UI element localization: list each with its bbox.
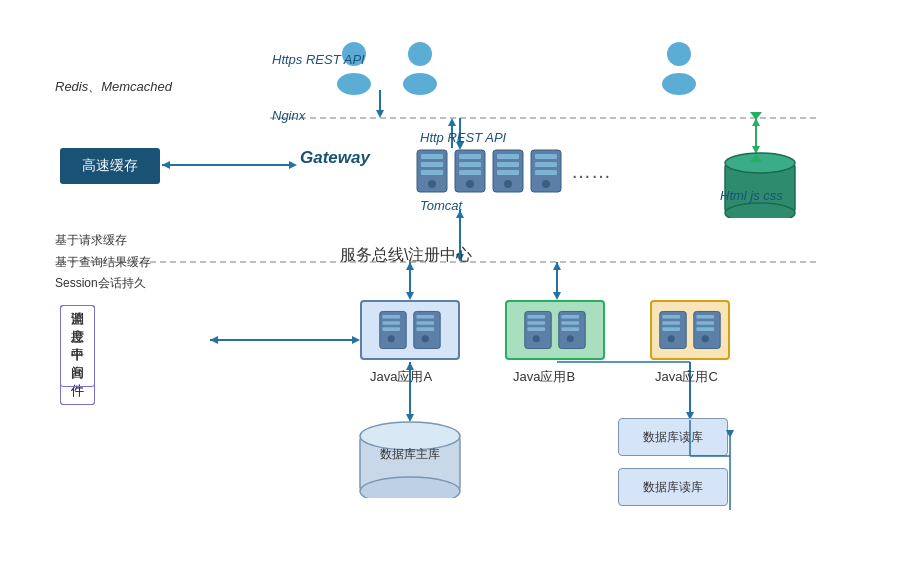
java-b-server-2 <box>557 309 587 351</box>
tomcat-cluster: …… <box>415 148 611 194</box>
db-read-2-label: 数据库读库 <box>643 479 703 496</box>
svg-rect-69 <box>416 327 434 331</box>
java-app-a-servers <box>378 309 442 351</box>
svg-point-42 <box>428 180 436 188</box>
svg-point-75 <box>533 335 540 342</box>
svg-rect-73 <box>527 321 545 325</box>
svg-marker-9 <box>162 161 170 169</box>
java-app-a-label: Java应用A <box>370 368 432 386</box>
svg-marker-21 <box>210 336 218 344</box>
svg-point-36 <box>667 42 691 66</box>
architecture-diagram: Redis、Memcached Https REST API Nginx Htt… <box>0 0 897 563</box>
https-label: Https REST API <box>272 52 365 67</box>
java-app-b-box <box>505 300 605 360</box>
java-c-server-1 <box>658 309 688 351</box>
java-b-server-1 <box>523 309 553 351</box>
svg-point-59 <box>725 153 795 173</box>
svg-marker-30 <box>752 118 760 126</box>
svg-rect-45 <box>459 162 481 167</box>
user-icon-2 <box>401 40 439 95</box>
svg-rect-41 <box>421 170 443 175</box>
svg-marker-18 <box>553 292 561 300</box>
svg-rect-55 <box>535 162 557 167</box>
svg-point-52 <box>504 180 512 188</box>
server-icon-4 <box>529 148 563 194</box>
java-app-a-box <box>360 300 460 360</box>
svg-point-80 <box>567 335 574 342</box>
svg-marker-7 <box>448 118 456 126</box>
user-icon-3 <box>660 40 698 98</box>
svg-rect-56 <box>535 170 557 175</box>
svg-point-47 <box>466 180 474 188</box>
java-a-server-1 <box>378 309 408 351</box>
svg-rect-77 <box>561 315 579 319</box>
svg-rect-82 <box>662 315 680 319</box>
svg-rect-62 <box>382 315 400 319</box>
svg-point-70 <box>422 335 429 342</box>
cache-notes: 基于请求缓存 基于查询结果缓存 Session会话持久 <box>55 230 151 295</box>
svg-rect-46 <box>459 170 481 175</box>
redis-label: Redis、Memcached <box>55 78 172 96</box>
svg-rect-87 <box>696 315 714 319</box>
svg-marker-15 <box>406 292 414 300</box>
svg-rect-78 <box>561 321 579 325</box>
tomcat-label: Tomcat <box>420 198 462 213</box>
user-icon-1 <box>335 40 373 95</box>
java-a-server-2 <box>412 309 442 351</box>
html-label: Html js css <box>720 188 783 203</box>
svg-rect-68 <box>416 321 434 325</box>
svg-rect-51 <box>497 170 519 175</box>
java-app-c-box <box>650 300 730 360</box>
db-main: 数据库主库 <box>355 418 465 501</box>
cache-label: 高速缓存 <box>82 157 138 175</box>
svg-point-65 <box>388 335 395 342</box>
db-main-label: 数据库主库 <box>355 446 465 463</box>
svg-point-90 <box>702 335 709 342</box>
svg-marker-19 <box>553 262 561 270</box>
server-icon-2 <box>453 148 487 194</box>
svg-rect-74 <box>527 327 545 331</box>
svg-rect-40 <box>421 162 443 167</box>
gateway-label: Gateway <box>300 148 370 168</box>
cache-note-2: 基于查询结果缓存 <box>55 252 151 274</box>
middleware-box-3: 监控平台 <box>60 305 95 387</box>
html-cylinder <box>720 148 800 221</box>
svg-rect-50 <box>497 162 519 167</box>
user-icons <box>335 40 439 95</box>
java-c-server-2 <box>692 309 722 351</box>
svg-marker-22 <box>352 336 360 344</box>
svg-rect-79 <box>561 327 579 331</box>
service-bus-label: 服务总线\注册中心 <box>340 245 472 266</box>
svg-point-35 <box>403 73 437 95</box>
db-read-1-label: 数据库读库 <box>643 429 703 446</box>
nginx-label: Nginx <box>272 108 305 123</box>
svg-rect-39 <box>421 154 443 159</box>
svg-rect-84 <box>662 327 680 331</box>
svg-rect-72 <box>527 315 545 319</box>
svg-rect-67 <box>416 315 434 319</box>
server-icon-1 <box>415 148 449 194</box>
svg-point-57 <box>542 180 550 188</box>
server-icon-3 <box>491 148 525 194</box>
java-app-b-label: Java应用B <box>513 368 575 386</box>
db-read-1-box: 数据库读库 <box>618 418 728 456</box>
svg-rect-49 <box>497 154 519 159</box>
http-label: Http REST API <box>420 130 506 145</box>
java-app-c-servers <box>658 309 722 351</box>
svg-point-60 <box>725 203 795 218</box>
svg-point-37 <box>662 73 696 95</box>
svg-rect-44 <box>459 154 481 159</box>
cache-note-1: 基于请求缓存 <box>55 230 151 252</box>
svg-rect-54 <box>535 154 557 159</box>
svg-point-33 <box>337 73 371 95</box>
cache-note-3: Session会话持久 <box>55 273 151 295</box>
cache-box: 高速缓存 <box>60 148 160 184</box>
svg-marker-99 <box>750 112 762 120</box>
java-app-b-servers <box>523 309 587 351</box>
java-app-c-label: Java应用C <box>655 368 718 386</box>
svg-marker-3 <box>376 110 384 118</box>
svg-point-85 <box>668 335 675 342</box>
svg-rect-63 <box>382 321 400 325</box>
svg-point-34 <box>408 42 432 66</box>
svg-rect-89 <box>696 327 714 331</box>
